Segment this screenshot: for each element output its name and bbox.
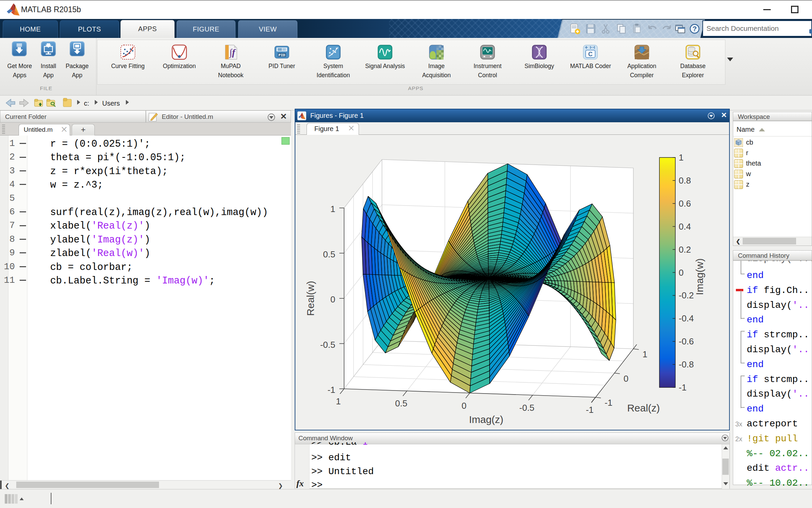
svg-text:-0.8: -0.8 <box>679 359 694 369</box>
svg-text:-1: -1 <box>605 398 612 408</box>
svg-text:0.5: 0.5 <box>323 249 335 259</box>
svg-text:C: C <box>588 51 593 58</box>
svg-text:1: 1 <box>679 152 683 163</box>
svg-text:PID: PID <box>278 53 285 57</box>
svg-text:0.4: 0.4 <box>679 221 691 232</box>
svg-text:-1: -1 <box>679 382 686 393</box>
svg-text:1: 1 <box>642 349 647 359</box>
svg-text:1: 1 <box>331 204 335 214</box>
svg-text:0.8: 0.8 <box>679 175 691 186</box>
svg-text:Real(z): Real(z) <box>627 402 660 414</box>
svg-text:-0.2: -0.2 <box>679 290 694 300</box>
svg-text:∫f: ∫f <box>229 47 236 58</box>
svg-text:-0.5: -0.5 <box>320 340 335 350</box>
svg-text:-0.6: -0.6 <box>679 336 694 346</box>
svg-text:Imag(z): Imag(z) <box>469 414 503 425</box>
svg-text:-0.4: -0.4 <box>679 313 694 323</box>
svg-text:0: 0 <box>624 374 628 384</box>
svg-text:0.2: 0.2 <box>679 245 691 255</box>
svg-text:-0.5: -0.5 <box>519 403 535 413</box>
svg-text:0: 0 <box>679 268 683 278</box>
svg-text:0.5: 0.5 <box>395 398 407 408</box>
svg-text:0.6: 0.6 <box>679 198 691 209</box>
svg-text:Real(w): Real(w) <box>305 281 316 316</box>
svg-text:-1: -1 <box>328 385 335 395</box>
svg-text:-1: -1 <box>586 405 593 415</box>
svg-text:0: 0 <box>331 294 335 304</box>
svg-text:?: ? <box>693 25 697 33</box>
svg-text:1: 1 <box>336 396 341 406</box>
svg-text:0: 0 <box>461 401 466 411</box>
svg-text:Imag(w): Imag(w) <box>694 258 705 295</box>
